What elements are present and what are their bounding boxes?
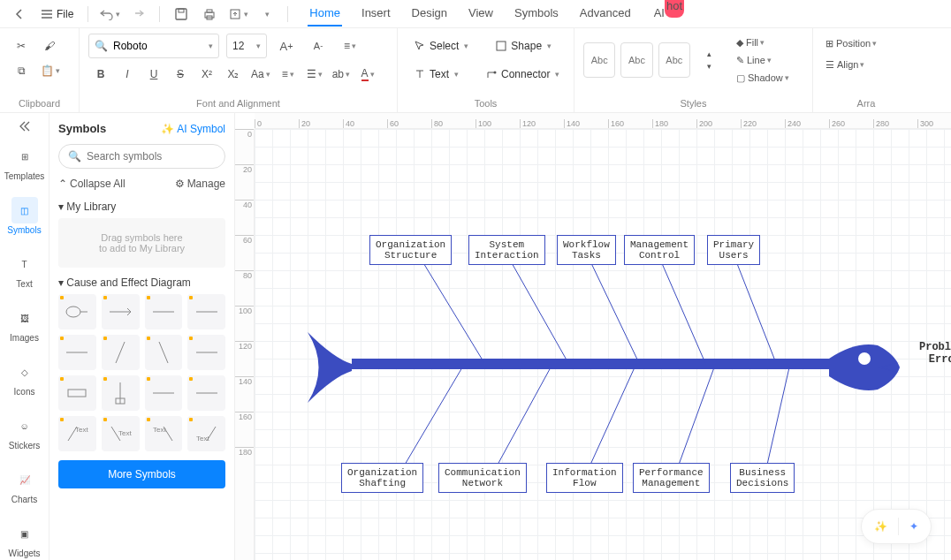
- cause-box[interactable]: System Interaction: [468, 235, 545, 265]
- font-select[interactable]: 🔍▾: [88, 34, 219, 58]
- strike-icon[interactable]: S: [168, 62, 193, 87]
- rail-icons[interactable]: ◇Icons: [4, 353, 46, 402]
- symbol-item[interactable]: [145, 294, 183, 329]
- style-up-icon[interactable]: ▴: [697, 48, 722, 60]
- canvas[interactable]: Problem/ Error Organization Structure Sy…: [255, 129, 951, 560]
- shape-tool[interactable]: Shape▾: [488, 34, 559, 58]
- mylibrary-dropzone[interactable]: Drag symbols hereto add to My Library: [58, 218, 225, 268]
- symbol-item[interactable]: Text: [58, 416, 96, 451]
- text-transform-icon[interactable]: ab▾: [329, 62, 354, 87]
- svg-line-23: [590, 367, 635, 465]
- font-size[interactable]: 12▾: [226, 34, 267, 58]
- rail-text[interactable]: TText: [4, 246, 46, 294]
- cause-box[interactable]: Management Control: [624, 235, 695, 265]
- search-input[interactable]: [87, 150, 219, 163]
- style-preset-1[interactable]: Abc: [583, 42, 615, 78]
- align-button[interactable]: ☰ Align▾: [822, 55, 910, 74]
- cause-box[interactable]: Organization Structure: [369, 235, 452, 265]
- case-icon[interactable]: Aa▾: [247, 62, 274, 87]
- back-icon[interactable]: [7, 2, 32, 26]
- cut-icon[interactable]: ✂: [9, 34, 34, 58]
- connector-tool[interactable]: Connector▾: [478, 62, 567, 87]
- category-mylibrary[interactable]: ▾ My Library: [58, 201, 225, 213]
- subscript-icon[interactable]: X₂: [221, 62, 246, 87]
- cause-box[interactable]: Performance Management: [633, 463, 710, 493]
- redo-icon[interactable]: [126, 2, 150, 26]
- cause-box[interactable]: Workflow Tasks: [557, 235, 616, 265]
- symbol-item[interactable]: [58, 335, 96, 370]
- symbol-item[interactable]: [102, 294, 140, 329]
- rail-images[interactable]: 🖼Images: [4, 299, 46, 348]
- rail-templates[interactable]: ⊞Templates: [4, 138, 46, 186]
- style-preset-2[interactable]: Abc: [620, 42, 652, 78]
- symbol-item[interactable]: [145, 375, 183, 411]
- tab-symbols[interactable]: Symbols: [513, 1, 560, 26]
- collapse-rail-icon[interactable]: [4, 120, 46, 132]
- format-painter-icon[interactable]: 🖌: [37, 34, 62, 58]
- more-icon[interactable]: ▾: [254, 2, 278, 26]
- font-input[interactable]: [113, 40, 202, 52]
- select-tool[interactable]: Select▾: [407, 34, 476, 58]
- more-symbols-button[interactable]: More Symbols: [58, 460, 225, 488]
- list-icon[interactable]: ≡▾: [276, 62, 301, 87]
- symbol-search[interactable]: 🔍: [58, 144, 225, 169]
- style-down-icon[interactable]: ▾: [697, 60, 722, 72]
- cause-box[interactable]: Organization Shafting: [341, 463, 423, 493]
- fill-button[interactable]: ◆ Fill▾: [733, 34, 803, 51]
- bullets-icon[interactable]: ☰▾: [302, 62, 327, 87]
- cause-box[interactable]: Primary Users: [707, 235, 760, 265]
- symbol-item[interactable]: [102, 335, 140, 370]
- underline-icon[interactable]: U: [141, 62, 166, 87]
- rail-stickers[interactable]: ☺Stickers: [4, 407, 46, 456]
- symbol-item[interactable]: Text: [102, 416, 140, 451]
- symbol-item[interactable]: [58, 375, 96, 411]
- symbol-item[interactable]: Text: [145, 416, 183, 451]
- tab-design[interactable]: Design: [410, 1, 449, 26]
- line-button[interactable]: ✎ Line▾: [733, 51, 803, 69]
- bold-icon[interactable]: B: [88, 62, 113, 87]
- cause-box[interactable]: Communication Network: [438, 463, 527, 493]
- copy-icon[interactable]: ⧉: [9, 58, 34, 83]
- save-icon[interactable]: [169, 2, 194, 26]
- rail-symbols[interactable]: ◫Symbols: [4, 192, 46, 240]
- style-preset-3[interactable]: Abc: [658, 42, 690, 78]
- file-menu[interactable]: File: [35, 2, 79, 26]
- superscript-icon[interactable]: X²: [194, 62, 219, 87]
- cause-box[interactable]: Information Flow: [546, 463, 623, 493]
- print-icon[interactable]: [197, 2, 222, 26]
- collapse-all-button[interactable]: ⌃ Collapse All: [58, 178, 126, 190]
- fontsize-down-icon[interactable]: A-: [306, 34, 331, 58]
- magic-icon[interactable]: ✨: [874, 520, 887, 533]
- symbol-item[interactable]: Text: [187, 416, 225, 451]
- tab-ai[interactable]: AIhot: [650, 1, 688, 26]
- paste-icon[interactable]: 📋▾: [37, 58, 64, 83]
- position-button[interactable]: ⊞ Position▾: [822, 34, 910, 53]
- rail-widgets[interactable]: ▣Widgets: [4, 515, 46, 560]
- rail-charts[interactable]: 📈Charts: [4, 461, 46, 510]
- italic-icon[interactable]: I: [115, 62, 140, 87]
- tab-insert[interactable]: Insert: [360, 1, 392, 26]
- line-spacing-icon[interactable]: ≡▾: [338, 34, 362, 58]
- text-tool[interactable]: Text▾: [407, 62, 466, 87]
- symbol-item[interactable]: [102, 375, 140, 411]
- ai-symbol-button[interactable]: ✨ AI Symbol: [161, 123, 225, 135]
- undo-icon[interactable]: ▾: [97, 2, 122, 26]
- tab-view[interactable]: View: [467, 1, 495, 26]
- font-color-icon[interactable]: A▾: [355, 62, 380, 87]
- tab-home[interactable]: Home: [308, 1, 342, 26]
- shadow-button[interactable]: ▢ Shadow▾: [733, 69, 803, 87]
- export-icon[interactable]: ▾: [225, 2, 250, 26]
- category-cause-effect[interactable]: ▾ Cause and Effect Diagram: [58, 276, 225, 289]
- symbol-item[interactable]: [187, 335, 225, 370]
- ai-float-panel[interactable]: ✨ ✦: [861, 509, 932, 544]
- symbol-item[interactable]: [187, 375, 225, 411]
- sparkle-icon[interactable]: ✦: [909, 520, 918, 533]
- symbol-item[interactable]: [187, 294, 225, 329]
- tab-advanced[interactable]: Advanced: [578, 1, 633, 26]
- manage-button[interactable]: ⚙ Manage: [175, 178, 225, 190]
- symbol-item[interactable]: [58, 294, 96, 329]
- symbol-item[interactable]: [145, 335, 183, 370]
- fishbone-diagram[interactable]: Problem/ Error Organization Structure Sy…: [308, 235, 926, 535]
- fontsize-up-icon[interactable]: A+: [274, 34, 299, 58]
- cause-box[interactable]: Business Decisions: [730, 463, 795, 493]
